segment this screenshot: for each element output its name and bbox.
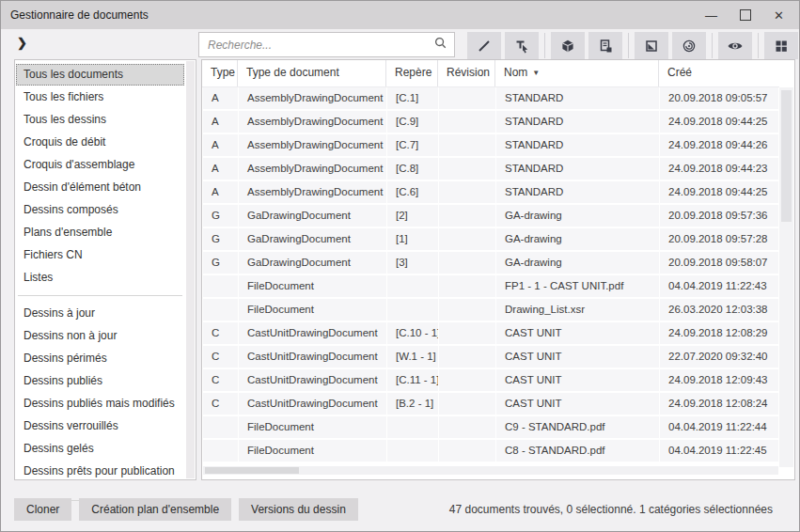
vertical-scrollbar-thumb[interactable] — [781, 90, 792, 222]
cell-created: 24.09.2018 12:09:43 — [660, 369, 778, 391]
search-box — [198, 32, 455, 57]
category-item[interactable]: Dessins prêts pour publication — [16, 461, 184, 482]
category-item[interactable]: Dessins publiés mais modifiés — [16, 393, 184, 415]
search-icon — [433, 36, 447, 54]
table-row[interactable]: FileDocument FP1 - 1 - CAST UNIT.pdf 04.… — [203, 275, 778, 297]
open-drawing-button[interactable] — [467, 32, 501, 59]
toolbar-separator — [628, 33, 629, 58]
close-button[interactable]: ✕ — [774, 9, 784, 22]
cell-revision — [439, 346, 496, 368]
sidebar-scrollbar[interactable] — [186, 61, 195, 478]
vertical-scrollbar[interactable] — [779, 87, 793, 467]
document-manager-window: Gestionnaire de documents — ✕ ❯ — [0, 0, 800, 532]
category-item[interactable]: Tous les dessins — [16, 109, 184, 131]
column-header-revision[interactable]: Révision — [438, 60, 495, 86]
maximize-button[interactable] — [740, 9, 751, 21]
cell-type: C — [203, 322, 239, 344]
category-item[interactable]: Croquis de débit — [16, 132, 184, 153]
category-item[interactable]: Dessins publiés — [16, 370, 184, 392]
radar-button[interactable] — [672, 32, 706, 59]
table-row[interactable]: C CastUnitDrawingDocument [B.2 - 1] CAST… — [203, 393, 778, 415]
copy-list-button[interactable] — [588, 32, 622, 59]
cell-name: C9 - STANDARD.pdf — [496, 416, 660, 438]
table-row[interactable]: C CastUnitDrawingDocument [W.1 - 1] CAST… — [203, 346, 778, 368]
cell-mark: [W.1 - 1] — [387, 346, 439, 368]
table-row[interactable]: FileDocument C8 - STANDARD.pdf 04.04.201… — [203, 440, 778, 462]
clone-button[interactable]: Cloner — [14, 498, 71, 521]
category-item[interactable]: Dessins gelés — [16, 438, 184, 460]
table-row[interactable]: A AssemblyDrawingDocument [C.8] STANDARD… — [203, 158, 778, 180]
cell-created: 04.04.2019 11:22:45 — [660, 440, 778, 462]
category-item[interactable]: Dessins à jour — [16, 303, 184, 324]
cell-mark: [B.2 - 1] — [387, 393, 439, 415]
cell-revision — [439, 299, 496, 321]
cell-name: CAST UNIT — [496, 369, 660, 391]
category-item[interactable]: Dessins verrouillés — [16, 415, 184, 437]
cell-name: STANDARD — [496, 158, 660, 180]
table-row[interactable]: FileDocument Drawing_List.xsr 26.03.2020… — [203, 299, 778, 321]
table-row[interactable]: A AssemblyDrawingDocument [C.1] STANDARD… — [203, 87, 778, 109]
category-item[interactable]: Fichiers CN — [16, 244, 184, 266]
cell-name: GA-drawing — [496, 205, 660, 227]
category-item[interactable]: Dessin d'élément béton — [16, 177, 184, 198]
table-row[interactable]: C CastUnitDrawingDocument [C.11 - 1] CAS… — [203, 369, 778, 391]
cell-mark: [C.6] — [387, 181, 439, 203]
cell-revision — [439, 252, 496, 274]
table-row[interactable]: G GaDrawingDocument [3] GA-drawing 20.09… — [203, 252, 778, 274]
table-row[interactable]: A AssemblyDrawingDocument [C.6] STANDARD… — [203, 181, 778, 203]
column-header-created[interactable]: Créé — [659, 60, 779, 86]
cell-revision — [439, 111, 496, 133]
snapshot-button[interactable] — [635, 32, 668, 59]
cell-type: C — [203, 369, 239, 391]
cell-doctype: AssemblyDrawingDocument — [239, 87, 387, 109]
category-item[interactable]: Tous les fichiers — [16, 86, 184, 108]
category-item[interactable]: Plans d'ensemble — [16, 222, 184, 243]
category-item[interactable]: Dessins non à jour — [16, 325, 184, 347]
preview-button[interactable] — [718, 32, 752, 59]
table-row[interactable]: G GaDrawingDocument [1] GA-drawing 20.09… — [203, 228, 778, 250]
column-header-mark[interactable]: Repère — [386, 60, 438, 86]
column-header-name[interactable]: Nom▼ — [495, 60, 659, 86]
categories-view-button[interactable] — [764, 32, 798, 59]
expand-sidebar-button[interactable]: ❯ — [17, 36, 27, 50]
cell-name: CAST UNIT — [496, 322, 660, 344]
status-text: 47 documents trouvés, 0 sélectionné. 1 c… — [449, 503, 773, 516]
category-item[interactable]: Croquis d'assemblage — [16, 154, 184, 176]
cell-mark: [2] — [387, 205, 439, 227]
cell-created: 26.03.2020 12:03:38 — [660, 299, 778, 321]
cell-type: G — [203, 205, 239, 227]
table-row[interactable]: A AssemblyDrawingDocument [C.7] STANDARD… — [203, 134, 778, 156]
cell-doctype: AssemblyDrawingDocument — [239, 181, 387, 203]
cell-revision — [439, 87, 496, 109]
category-item[interactable]: Tous les documents — [16, 64, 184, 86]
cell-created: 24.09.2018 09:44:25 — [660, 111, 778, 133]
drawing-versions-button[interactable]: Versions du dessin — [239, 498, 358, 521]
horizontal-scrollbar-thumb[interactable] — [205, 467, 299, 474]
minimize-button[interactable]: — — [705, 9, 717, 22]
cell-doctype: FileDocument — [239, 299, 387, 321]
create-ga-drawing-button[interactable]: Création plan d'ensemble — [79, 498, 231, 521]
table-body: A AssemblyDrawingDocument [C.1] STANDARD… — [203, 87, 778, 462]
model-objects-button[interactable] — [551, 32, 585, 59]
table-row[interactable]: G GaDrawingDocument [2] GA-drawing 20.09… — [203, 205, 778, 227]
cell-type: G — [203, 228, 239, 250]
table-row[interactable]: A AssemblyDrawingDocument [C.9] STANDARD… — [203, 111, 778, 133]
cell-name: STANDARD — [496, 111, 660, 133]
select-type-button[interactable] — [505, 32, 539, 59]
category-item[interactable]: Dessins périmés — [16, 348, 184, 369]
column-header-type[interactable]: Type — [202, 60, 238, 86]
table-row[interactable]: FileDocument C9 - STANDARD.pdf 04.04.201… — [203, 416, 778, 438]
window-controls: — ✕ — [705, 9, 790, 22]
table-row[interactable]: C CastUnitDrawingDocument [C.10 - 1] CAS… — [203, 322, 778, 344]
category-item[interactable]: Dessins composés — [16, 199, 184, 221]
cell-mark — [387, 416, 439, 438]
cell-mark: [C.1] — [387, 87, 439, 109]
cell-name: CAST UNIT — [496, 393, 660, 415]
category-item[interactable]: Listes — [16, 267, 184, 289]
column-header-doctype[interactable]: Type de document — [238, 60, 386, 86]
cell-mark: [C.7] — [387, 134, 439, 156]
cell-type: C — [203, 393, 239, 415]
horizontal-scrollbar[interactable] — [203, 466, 778, 475]
search-input[interactable] — [206, 38, 433, 53]
cell-doctype: CastUnitDrawingDocument — [239, 369, 387, 391]
